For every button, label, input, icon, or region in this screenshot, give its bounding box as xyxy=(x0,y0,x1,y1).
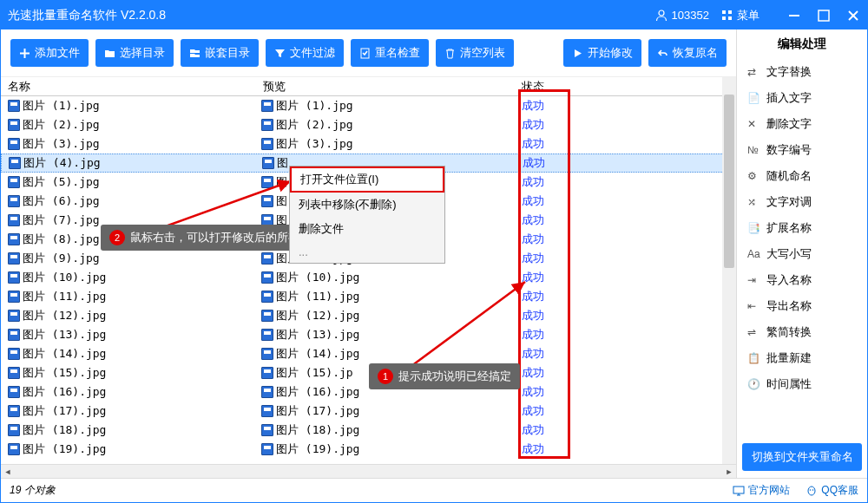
add-file-button[interactable]: 添加文件 xyxy=(10,39,89,67)
user-id: 103352 xyxy=(672,9,709,22)
menu-label: 菜单 xyxy=(737,8,760,23)
cell-name: 图片 (5).jpg xyxy=(23,174,100,190)
qq-icon xyxy=(806,485,818,497)
ctx-item-obscured[interactable]: ... xyxy=(290,241,444,263)
side-icon: ⤮ xyxy=(747,196,761,208)
side-item-12[interactable]: 🕐时间属性 xyxy=(742,371,862,397)
svg-rect-2 xyxy=(728,10,732,14)
side-item-1[interactable]: 📄插入文字 xyxy=(742,85,862,111)
side-label: 删除文字 xyxy=(766,116,812,132)
cell-name: 图片 (9).jpg xyxy=(23,251,100,266)
plus-icon xyxy=(19,48,30,59)
side-item-4[interactable]: ⚙随机命名 xyxy=(742,163,862,189)
table-row[interactable]: 图片 (12).jpg图片 (12).jpg成功 xyxy=(1,306,736,325)
official-site-link[interactable]: 官方网站 xyxy=(733,483,790,498)
switch-folder-rename-button[interactable]: 切换到文件夹重命名 xyxy=(742,443,862,471)
table-row[interactable]: 图片 (1).jpg图片 (1).jpg成功 xyxy=(1,96,736,115)
cell-name: 图片 (19).jpg xyxy=(23,441,106,457)
side-icon: ⇤ xyxy=(747,300,761,312)
badge-1: 1 xyxy=(378,369,393,384)
cell-name: 图片 (2).jpg xyxy=(23,117,100,133)
col-name[interactable]: 名称 xyxy=(1,79,261,95)
table-row[interactable]: 图片 (13).jpg图片 (13).jpg成功 xyxy=(1,325,736,344)
play-icon xyxy=(572,48,583,59)
statusbar: 19 个对象 官方网站 QQ客服 xyxy=(1,478,867,502)
object-count: 19 个对象 xyxy=(10,483,56,498)
cell-name: 图片 (15).jpg xyxy=(23,365,106,381)
cell-preview: 图片 (15).jp xyxy=(276,365,353,381)
vertical-scrollbar[interactable] xyxy=(722,77,736,464)
monitor-icon xyxy=(733,485,745,497)
file-icon xyxy=(261,348,273,360)
col-status[interactable]: 状态 xyxy=(522,79,574,95)
rename-check-button[interactable]: 重名检查 xyxy=(351,39,429,67)
side-label: 批量新建 xyxy=(766,350,812,366)
clear-list-button[interactable]: 清空列表 xyxy=(436,39,514,67)
file-filter-button[interactable]: 文件过滤 xyxy=(266,39,344,67)
file-icon xyxy=(8,329,20,341)
cell-status: 成功 xyxy=(522,270,574,285)
side-item-9[interactable]: ⇤导出名称 xyxy=(742,293,862,319)
file-icon xyxy=(261,367,273,379)
start-modify-button[interactable]: 开始修改 xyxy=(563,39,641,67)
horizontal-scrollbar[interactable]: ◄► xyxy=(1,464,736,478)
side-icon: № xyxy=(747,144,761,156)
side-item-0[interactable]: ⇄文字替换 xyxy=(742,59,862,85)
side-icon: 📄 xyxy=(747,92,761,104)
qq-support-link[interactable]: QQ客服 xyxy=(806,483,858,498)
side-item-10[interactable]: ⇌繁简转换 xyxy=(742,319,862,345)
col-preview[interactable]: 预览 xyxy=(261,79,522,95)
folder-icon xyxy=(104,48,115,59)
side-icon: ⇄ xyxy=(747,66,761,78)
side-item-11[interactable]: 📋批量新建 xyxy=(742,345,862,371)
file-icon xyxy=(261,252,273,265)
table-row[interactable]: 图片 (19).jpg图片 (19).jpg成功 xyxy=(1,440,736,459)
file-icon xyxy=(8,233,20,245)
file-icon xyxy=(261,119,273,131)
side-item-3[interactable]: №数字编号 xyxy=(742,137,862,163)
cell-preview: 图片 (10).jpg xyxy=(276,270,359,285)
side-item-5[interactable]: ⤮文字对调 xyxy=(742,189,862,215)
table-row[interactable]: 图片 (18).jpg图片 (18).jpg成功 xyxy=(1,421,736,440)
select-dir-button[interactable]: 选择目录 xyxy=(95,39,174,67)
btn-label: 添加文件 xyxy=(35,45,80,61)
side-item-7[interactable]: Aa大写小写 xyxy=(742,241,862,267)
cell-preview: 图片 (1).jpg xyxy=(276,98,353,114)
side-item-8[interactable]: ⇥导入名称 xyxy=(742,267,862,293)
cell-preview: 图片 (3).jpg xyxy=(276,136,353,152)
cell-name: 图片 (4).jpg xyxy=(23,155,101,171)
cell-status: 成功 xyxy=(522,384,574,400)
svg-rect-3 xyxy=(722,16,726,20)
nested-icon xyxy=(189,48,201,59)
side-item-2[interactable]: ✕删除文字 xyxy=(742,111,862,137)
file-table[interactable]: 名称 预览 状态 图片 (1).jpg图片 (1).jpg成功图片 (2).jp… xyxy=(1,77,736,464)
ctx-open-location[interactable]: 打开文件位置(I) xyxy=(290,167,444,193)
side-icon: 📑 xyxy=(747,222,761,234)
menu-button[interactable]: 菜单 xyxy=(721,8,760,23)
maximize-button[interactable] xyxy=(817,9,831,23)
toolbar: 添加文件 选择目录 嵌套目录 文件过滤 重名检查 清空列表 开始修改 恢复原名 xyxy=(1,29,736,77)
side-item-6[interactable]: 📑扩展名称 xyxy=(742,215,862,241)
svg-point-12 xyxy=(810,489,812,491)
ctx-remove-from-list[interactable]: 列表中移除(不删除) xyxy=(290,193,444,217)
minimize-button[interactable] xyxy=(787,9,801,23)
table-row[interactable]: 图片 (10).jpg图片 (10).jpg成功 xyxy=(1,268,736,287)
restore-button[interactable]: 恢复原名 xyxy=(648,39,727,67)
user-id-display[interactable]: 103352 xyxy=(654,9,709,23)
cell-status: 成功 xyxy=(522,212,574,228)
badge-2: 2 xyxy=(109,230,125,245)
table-row[interactable]: 图片 (2).jpg图片 (2).jpg成功 xyxy=(1,115,736,134)
file-icon xyxy=(261,443,273,455)
table-row[interactable]: 图片 (17).jpg图片 (17).jpg成功 xyxy=(1,402,736,421)
ctx-delete-file[interactable]: 删除文件 xyxy=(290,217,444,241)
side-label: 时间属性 xyxy=(766,376,812,392)
nested-dir-button[interactable]: 嵌套目录 xyxy=(181,39,259,67)
btn-label: 开始修改 xyxy=(588,45,633,61)
table-row[interactable]: 图片 (3).jpg图片 (3).jpg成功 xyxy=(1,134,736,154)
table-row[interactable]: 图片 (11).jpg图片 (11).jpg成功 xyxy=(1,287,736,306)
side-icon: ⇥ xyxy=(747,274,761,286)
file-icon xyxy=(8,367,20,379)
cell-preview: 图片 (19).jpg xyxy=(276,441,359,457)
table-row[interactable]: 图片 (14).jpg图片 (14).jpg成功 xyxy=(1,344,736,363)
close-button[interactable] xyxy=(846,9,860,23)
